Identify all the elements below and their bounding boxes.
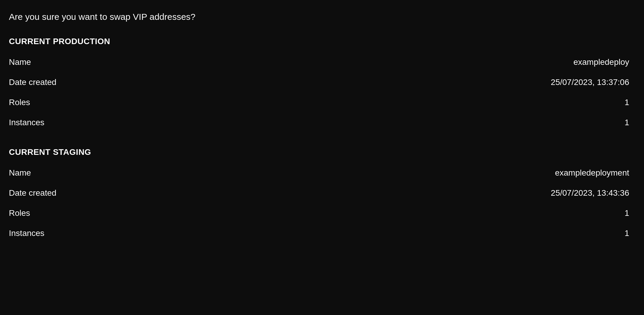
staging-date-value: 25/07/2023, 13:43:36 xyxy=(551,188,635,198)
production-name-row: Name exampledeploy xyxy=(9,52,635,72)
production-instances-row: Instances 1 xyxy=(9,112,635,133)
production-instances-value: 1 xyxy=(624,118,635,127)
staging-instances-label: Instances xyxy=(9,229,98,238)
current-staging-title: CURRENT STAGING xyxy=(9,147,635,157)
staging-roles-row: Roles 1 xyxy=(9,203,635,223)
staging-date-row: Date created 25/07/2023, 13:43:36 xyxy=(9,183,635,203)
current-production-title: CURRENT PRODUCTION xyxy=(9,37,635,46)
production-name-value: exampledeploy xyxy=(573,57,635,67)
staging-roles-value: 1 xyxy=(624,208,635,218)
staging-name-label: Name xyxy=(9,168,98,178)
production-name-label: Name xyxy=(9,57,98,67)
staging-date-label: Date created xyxy=(9,188,98,198)
production-date-label: Date created xyxy=(9,78,98,87)
staging-roles-label: Roles xyxy=(9,208,98,218)
production-instances-label: Instances xyxy=(9,118,98,127)
production-roles-row: Roles 1 xyxy=(9,92,635,112)
production-date-value: 25/07/2023, 13:37:06 xyxy=(551,78,635,87)
current-production-section: CURRENT PRODUCTION Name exampledeploy Da… xyxy=(9,37,635,133)
staging-instances-value: 1 xyxy=(624,229,635,238)
production-roles-label: Roles xyxy=(9,98,98,107)
staging-instances-row: Instances 1 xyxy=(9,223,635,243)
dialog-question: Are you sure you want to swap VIP addres… xyxy=(9,12,635,22)
production-roles-value: 1 xyxy=(624,98,635,107)
staging-name-value: exampledeployment xyxy=(555,168,635,178)
current-staging-section: CURRENT STAGING Name exampledeployment D… xyxy=(9,147,635,243)
staging-name-row: Name exampledeployment xyxy=(9,163,635,183)
production-date-row: Date created 25/07/2023, 13:37:06 xyxy=(9,72,635,92)
